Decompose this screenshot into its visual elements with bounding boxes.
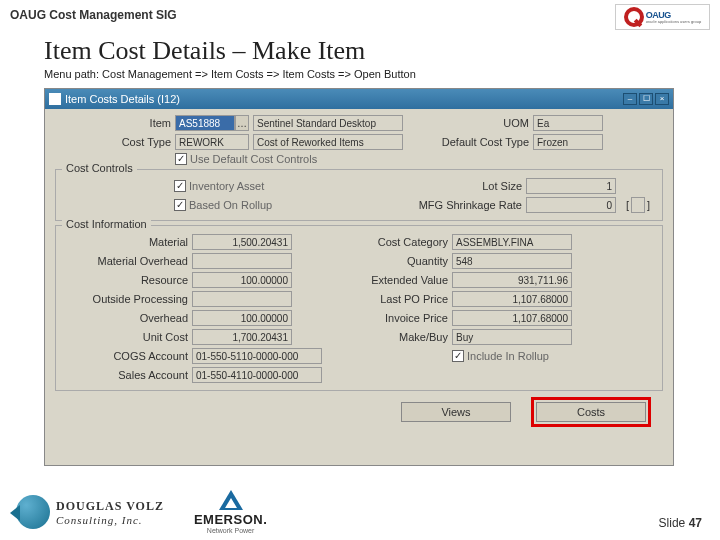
material-label: Material [62, 236, 192, 248]
dvc-line1: DOUGLAS VOLZ [56, 499, 164, 514]
lotsize-field[interactable]: 1 [526, 178, 616, 194]
shrinkage-field[interactable]: 0 [526, 197, 616, 213]
oaug-q-icon [624, 7, 644, 27]
invoice-label: Invoice Price [292, 312, 452, 324]
unitcost-label: Unit Cost [62, 331, 192, 343]
lotsize-label: Lot Size [374, 180, 526, 192]
include-rollup-label: Include In Rollup [467, 350, 549, 362]
costtype-label: Cost Type [55, 136, 175, 148]
checkbox-icon: ✓ [175, 153, 187, 165]
checkbox-icon: ✓ [174, 180, 186, 192]
cogs-label: COGS Account [62, 350, 192, 362]
header-sig: OAUG Cost Management SIG [10, 8, 177, 22]
quantity-field: 548 [452, 253, 572, 269]
costs-button[interactable]: Costs [536, 402, 646, 422]
minimize-button[interactable]: – [623, 93, 637, 105]
extval-label: Extended Value [292, 274, 452, 286]
shrinkage-label: MFG Shrinkage Rate [374, 199, 526, 211]
cost-info-group: Cost Information Material 1,500.20431 Co… [55, 225, 663, 391]
cost-controls-legend: Cost Controls [62, 162, 137, 174]
bracket-right: ] [647, 199, 650, 211]
include-rollup-checkbox[interactable]: ✓ Include In Rollup [452, 350, 549, 362]
outside-field [192, 291, 292, 307]
page-title: Item Cost Details – Make Item [44, 36, 365, 66]
overhead-field: 100.00000 [192, 310, 292, 326]
outside-label: Outside Processing [62, 293, 192, 305]
sales-field: 01-550-4110-0000-000 [192, 367, 322, 383]
checkbox-icon: ✓ [452, 350, 464, 362]
logo-douglas-volz: DOUGLAS VOLZ Consulting, Inc. [16, 495, 164, 529]
window-icon [49, 93, 61, 105]
uom-field: Ea [533, 115, 603, 131]
emerson-sub: Network Power [194, 527, 267, 534]
lastpo-label: Last PO Price [292, 293, 452, 305]
makebuy-field: Buy [452, 329, 572, 345]
logo-oaug: OAUG oracle applications users group [615, 4, 710, 30]
inventory-asset-label: Inventory Asset [189, 180, 264, 192]
use-default-checkbox[interactable]: ✓ Use Default Cost Controls [175, 153, 317, 165]
cogs-field: 01-550-5110-0000-000 [192, 348, 322, 364]
views-button[interactable]: Views [401, 402, 511, 422]
footer-logos: DOUGLAS VOLZ Consulting, Inc. EMERSON. N… [16, 490, 267, 534]
maximize-button[interactable]: ☐ [639, 93, 653, 105]
inventory-asset-checkbox[interactable]: ✓ Inventory Asset [174, 180, 374, 192]
defcost-field: Frozen [533, 134, 603, 150]
costtype-field[interactable]: REWORK [175, 134, 249, 150]
cost-info-legend: Cost Information [62, 218, 151, 230]
extval-field: 931,711.96 [452, 272, 572, 288]
cost-controls-group: Cost Controls ✓ Inventory Asset Lot Size… [55, 169, 663, 221]
based-on-rollup-label: Based On Rollup [189, 199, 272, 211]
uom-label: UOM [403, 117, 533, 129]
unitcost-field: 1,700.20431 [192, 329, 292, 345]
emerson-text: EMERSON. [194, 512, 267, 527]
costcat-label: Cost Category [292, 236, 452, 248]
material-field: 1,500.20431 [192, 234, 292, 250]
close-button[interactable]: × [655, 93, 669, 105]
item-field[interactable]: AS51888 [175, 115, 235, 131]
globe-icon [16, 495, 50, 529]
item-lov-button[interactable]: … [235, 115, 249, 131]
emerson-triangle-icon [219, 490, 243, 510]
lastpo-field: 1,107.68000 [452, 291, 572, 307]
slide-number: Slide 47 [659, 516, 702, 530]
costtype-desc-field: Cost of Reworked Items [253, 134, 403, 150]
costcat-field: ASSEMBLY.FINA [452, 234, 572, 250]
makebuy-label: Make/Buy [292, 331, 452, 343]
moh-field [192, 253, 292, 269]
item-desc-field: Sentinel Standard Desktop [253, 115, 403, 131]
logo-emerson: EMERSON. Network Power [194, 490, 267, 534]
resource-label: Resource [62, 274, 192, 286]
sales-label: Sales Account [62, 369, 192, 381]
app-window: Item Costs Details (I12) – ☐ × Item AS51… [44, 88, 674, 466]
titlebar: Item Costs Details (I12) – ☐ × [45, 89, 673, 109]
overhead-label: Overhead [62, 312, 192, 324]
menu-path: Menu path: Cost Management => Item Costs… [44, 68, 416, 80]
item-label: Item [55, 117, 175, 129]
resource-field: 100.00000 [192, 272, 292, 288]
bracket-left: [ [626, 199, 629, 211]
use-default-label: Use Default Cost Controls [190, 153, 317, 165]
invoice-field: 1,107.68000 [452, 310, 572, 326]
flex-field[interactable] [631, 197, 645, 213]
based-on-rollup-checkbox[interactable]: ✓ Based On Rollup [174, 199, 374, 211]
dvc-line2: Consulting, Inc. [56, 514, 164, 526]
moh-label: Material Overhead [62, 255, 192, 267]
oaug-sub: oracle applications users group [646, 20, 701, 24]
checkbox-icon: ✓ [174, 199, 186, 211]
window-title: Item Costs Details (I12) [65, 93, 180, 105]
quantity-label: Quantity [292, 255, 452, 267]
costs-highlight: Costs [531, 397, 651, 427]
defcost-label: Default Cost Type [403, 136, 533, 148]
